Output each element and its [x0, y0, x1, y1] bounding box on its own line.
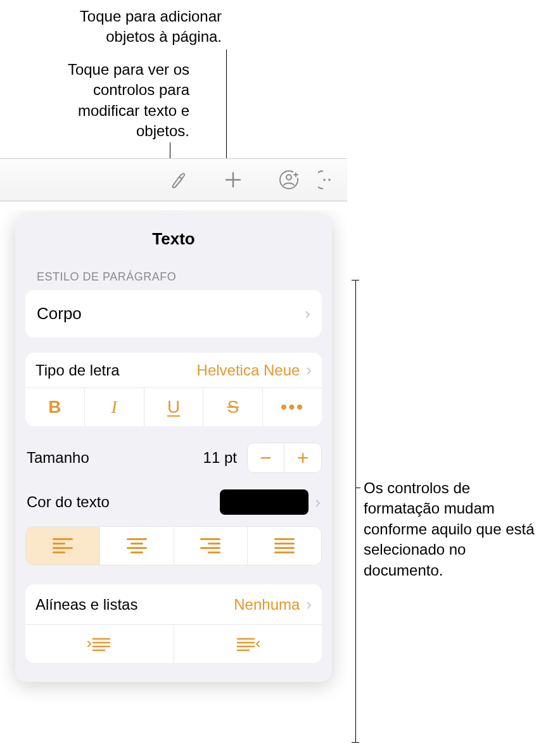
text-color-label: Cor do texto	[27, 493, 110, 511]
font-value: Helvetica Neue	[197, 362, 300, 379]
chevron-right-icon: ›	[306, 595, 312, 614]
svg-point-3	[323, 179, 326, 181]
bold-button[interactable]: B	[25, 388, 85, 426]
align-justify-button[interactable]	[248, 527, 321, 565]
font-label: Tipo de letra	[35, 362, 120, 379]
outdent-button[interactable]	[25, 625, 174, 663]
size-decrease-button[interactable]: −	[248, 443, 284, 472]
callout-line	[352, 280, 359, 280]
font-row[interactable]: Tipo de letra Helvetica Neue ›	[25, 353, 322, 387]
callout-format-controls: Os controlos de formatação mudam conform…	[364, 478, 535, 581]
add-button[interactable]	[205, 162, 261, 198]
underline-button[interactable]: U	[144, 388, 204, 426]
panel-title: Texto	[25, 229, 322, 249]
align-left-icon	[53, 538, 73, 553]
callout-line	[352, 742, 359, 743]
alignment-buttons	[25, 526, 322, 565]
paragraph-style-value: Corpo	[37, 304, 82, 324]
person-add-icon	[277, 168, 300, 191]
indent-button[interactable]	[174, 625, 322, 663]
align-right-button[interactable]	[174, 527, 248, 565]
text-style-buttons: B I U S •••	[25, 387, 322, 426]
plus-icon	[222, 169, 244, 191]
chevron-right-icon: ›	[315, 493, 321, 512]
callout-modify-controls: Toque para ver os controlos para modific…	[32, 60, 189, 142]
paragraph-style-row[interactable]: Corpo ›	[25, 290, 322, 337]
strikethrough-button[interactable]: S	[203, 388, 263, 426]
chevron-right-icon: ›	[306, 360, 312, 380]
more-button[interactable]	[317, 162, 342, 198]
more-circle-icon	[318, 168, 341, 191]
collaborate-button[interactable]	[261, 162, 317, 198]
size-increase-button[interactable]: +	[284, 443, 321, 472]
align-left-button[interactable]	[26, 527, 100, 565]
paragraph-style-label: ESTILO DE PARÁGRAFO	[25, 270, 322, 284]
svg-point-1	[286, 175, 291, 180]
bullets-label: Alíneas e listas	[35, 596, 137, 614]
text-color-row[interactable]: Cor do texto ›	[25, 478, 322, 526]
panel-container: Texto ESTILO DE PARÁGRAFO Corpo › Tipo d…	[0, 210, 347, 756]
indent-icon	[235, 635, 260, 653]
more-styles-button[interactable]: •••	[263, 388, 322, 426]
align-center-icon	[127, 538, 147, 553]
bullets-lists-row[interactable]: Alíneas e listas Nenhuma ›	[25, 584, 322, 624]
callout-add-objects: Toque para adicionar objetos à página.	[32, 6, 222, 47]
align-center-button[interactable]	[100, 527, 174, 565]
format-button[interactable]	[150, 162, 205, 198]
indent-buttons	[25, 624, 322, 663]
align-justify-icon	[274, 538, 295, 553]
callout-line	[355, 488, 360, 488]
italic-button[interactable]: I	[85, 388, 144, 426]
chevron-right-icon: ›	[305, 304, 310, 324]
size-label: Tamanho	[27, 449, 89, 467]
svg-point-4	[328, 179, 331, 181]
size-value: 11 pt	[203, 449, 237, 467]
format-brush-icon	[167, 169, 188, 191]
toolbar	[0, 158, 347, 201]
text-color-swatch	[220, 489, 309, 515]
align-right-icon	[200, 538, 220, 553]
callout-line	[355, 280, 356, 742]
format-panel: Texto ESTILO DE PARÁGRAFO Corpo › Tipo d…	[15, 214, 332, 682]
size-row: Tamanho 11 pt − +	[25, 431, 322, 478]
outdent-icon	[87, 635, 112, 653]
callout-line	[226, 49, 227, 163]
size-stepper: − +	[247, 443, 322, 473]
bullets-value: Nenhuma	[234, 596, 300, 614]
